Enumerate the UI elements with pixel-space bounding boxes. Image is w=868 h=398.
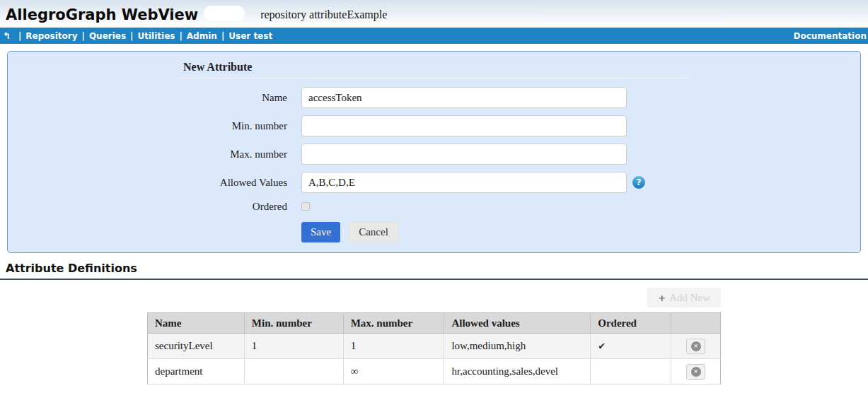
col-header-allowed-values: Allowed values <box>444 313 591 334</box>
title-divider <box>178 78 689 78</box>
nav-separator: | <box>18 31 21 41</box>
delete-icon: ✕ <box>691 367 701 377</box>
check-icon <box>591 359 671 385</box>
help-icon[interactable]: ? <box>632 176 645 189</box>
cancel-button[interactable]: Cancel <box>349 222 398 242</box>
nav-item-user-test[interactable]: User test <box>228 31 272 41</box>
delete-attribute-button[interactable]: ✕ <box>686 339 705 354</box>
col-header-max-number: Max. number <box>343 313 444 334</box>
repository-label: repository attributeExample <box>260 8 387 21</box>
nav-item-admin[interactable]: Admin <box>187 31 217 41</box>
nav-separator: | <box>82 31 85 41</box>
allowed-values-label: Allowed Values <box>8 177 287 189</box>
nav-separator: | <box>130 31 133 41</box>
ordered-checkbox[interactable] <box>301 202 310 211</box>
col-header-name: Name <box>148 313 245 334</box>
name-label: Name <box>8 92 287 104</box>
section-title-attribute-definitions: Attribute Definitions <box>0 262 868 280</box>
cell-name: department <box>148 359 245 385</box>
app-title: AllegroGraph WebView <box>6 6 198 23</box>
attribute-definitions-table: Name Min. number Max. number Allowed val… <box>147 312 721 385</box>
col-header-ordered: Ordered <box>591 313 671 334</box>
ordered-label: Ordered <box>8 201 287 213</box>
delete-attribute-button[interactable]: ✕ <box>686 364 705 380</box>
max-number-input[interactable] <box>301 144 627 165</box>
nav-item-utilities[interactable]: Utilities <box>137 31 175 41</box>
table-row: department ∞ hr,accounting,sales,devel ✕ <box>148 359 721 385</box>
form-title: New Attribute <box>183 61 860 74</box>
min-number-input[interactable] <box>301 115 627 136</box>
table-header-row: Name Min. number Max. number Allowed val… <box>148 313 721 334</box>
add-new-button[interactable]: + Add New <box>647 288 721 308</box>
cell-max: 1 <box>343 334 444 359</box>
name-input[interactable] <box>301 87 627 108</box>
cell-min: 1 <box>244 334 343 359</box>
max-number-label: Max. number <box>8 148 287 160</box>
allowed-values-input[interactable] <box>301 172 627 193</box>
app-header: AllegroGraph WebView repository attribut… <box>0 0 868 28</box>
add-new-label: Add New <box>669 292 710 304</box>
check-icon: ✔ <box>591 334 671 359</box>
col-header-min-number: Min. number <box>244 313 343 334</box>
nav-separator: | <box>221 31 224 41</box>
table-row: securityLevel 1 1 low,medium,high ✔ ✕ <box>148 334 721 359</box>
plus-icon: + <box>658 293 666 303</box>
new-attribute-panel: New Attribute Name Min. number Max. numb… <box>7 51 861 253</box>
cell-max: ∞ <box>343 359 444 385</box>
nav-item-queries[interactable]: Queries <box>89 31 126 41</box>
cell-min <box>244 359 343 385</box>
blank-badge <box>204 6 245 21</box>
cell-allowed: low,medium,high <box>444 334 591 359</box>
back-icon[interactable]: ↰ <box>3 31 11 40</box>
cell-name: securityLevel <box>148 334 245 359</box>
min-number-label: Min. number <box>8 120 287 132</box>
nav-item-documentation[interactable]: Documentation <box>793 31 867 41</box>
navbar: ↰ | Repository | Queries | Utilities | A… <box>0 28 868 44</box>
nav-separator: | <box>179 31 182 41</box>
delete-icon: ✕ <box>691 341 701 351</box>
col-header-actions <box>671 313 721 334</box>
cell-allowed: hr,accounting,sales,devel <box>444 359 591 385</box>
nav-item-repository[interactable]: Repository <box>25 31 77 41</box>
save-button[interactable]: Save <box>301 222 340 242</box>
